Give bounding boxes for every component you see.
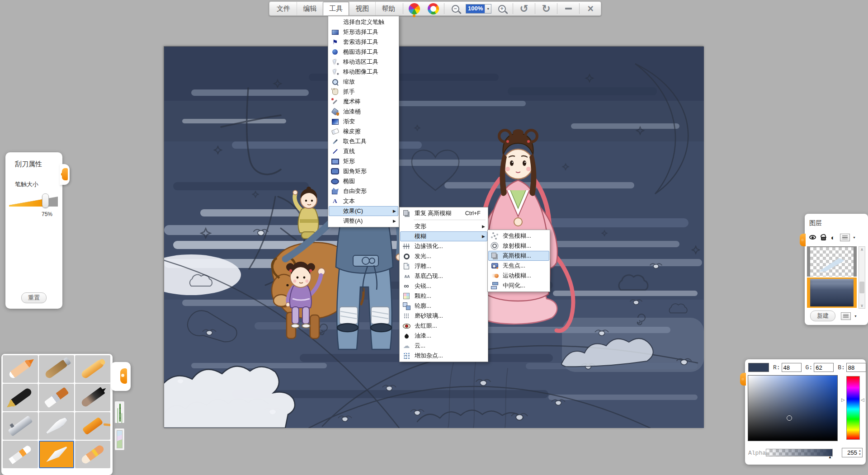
undo-button[interactable]: ↺ <box>514 2 533 15</box>
menu-item-paint-bucket[interactable]: 油漆桶 <box>329 107 398 117</box>
color-wheel-button[interactable] <box>424 2 443 15</box>
menu-view[interactable]: 视图 <box>349 2 375 15</box>
zoom-in-button[interactable]: + <box>492 2 511 15</box>
menu-item-glow[interactable]: 发光... <box>400 251 487 261</box>
menu-item-ellipse-select[interactable]: 椭圆选择工具 <box>329 47 398 57</box>
brush-inkpen[interactable] <box>39 355 74 383</box>
menu-item-defocus[interactable]: 无焦点... <box>488 261 549 271</box>
menu-item-eraser[interactable]: 橡皮擦 <box>329 127 398 136</box>
menu-item-19[interactable]: 效果(C)▶ <box>329 206 398 216</box>
menu-item-paint[interactable]: 油漆... <box>400 331 487 341</box>
menu-item-text[interactable]: 文本 <box>329 196 398 206</box>
menu-item-zoom-blur[interactable]: 变焦模糊... <box>488 231 549 241</box>
menu-item-cloud[interactable]: 云... <box>400 341 487 351</box>
layer-unlock-icon[interactable] <box>821 237 826 240</box>
hue-marker-left-icon[interactable]: ▷ <box>841 397 845 402</box>
menu-item-free-transform[interactable]: 自由变形 <box>329 186 398 196</box>
color-palette-button[interactable] <box>405 2 424 15</box>
brush-pencil[interactable] <box>3 355 38 383</box>
menu-tools[interactable]: 工具 <box>323 2 349 15</box>
alpha-spinner-up-icon[interactable]: ▲ <box>859 449 861 452</box>
zoom-out-button[interactable]: − <box>446 2 465 15</box>
blue-input[interactable] <box>846 363 866 372</box>
menu-item-gradient[interactable]: 渐变 <box>329 117 398 127</box>
menu-item-move-image[interactable]: 移动图像工具 <box>329 67 398 77</box>
layer-item-sky-selected[interactable] <box>807 277 857 308</box>
brush-inkbrush[interactable] <box>75 384 110 411</box>
menu-item-frosted[interactable]: 磨砂玻璃... <box>400 311 487 321</box>
panel-collapse-handle[interactable] <box>740 373 746 386</box>
hue-marker-right-icon[interactable]: ◁ <box>861 397 864 402</box>
menu-item-rect-select[interactable]: 矩形选择工具 <box>329 27 398 37</box>
close-button[interactable]: × <box>581 2 600 15</box>
brush-knife[interactable] <box>39 412 74 440</box>
menu-item-zoom[interactable]: 缩放 <box>329 77 398 87</box>
menu-item-3[interactable]: 模糊▶ <box>400 231 487 241</box>
color-marker[interactable] <box>787 415 792 421</box>
layer-visibility-icon[interactable] <box>809 235 816 240</box>
sample-brush-set-button[interactable] <box>114 428 125 451</box>
alpha-marker-icon[interactable]: ▲ <box>828 455 832 459</box>
menu-item-20[interactable]: 调整(A)▶ <box>329 216 398 226</box>
layer-menu-button[interactable] <box>841 312 851 320</box>
brush-crayon[interactable] <box>75 355 110 383</box>
red-input[interactable] <box>782 363 802 372</box>
menu-item-median[interactable]: 中间化... <box>488 281 549 291</box>
green-input[interactable] <box>814 363 834 372</box>
menu-item-edge[interactable]: 边缘强化... <box>400 241 487 251</box>
zoom-level-field[interactable]: 100% ▼ <box>466 4 491 14</box>
brush-scraper[interactable] <box>39 441 74 468</box>
bamboo-brush-set-button[interactable] <box>114 401 125 423</box>
alpha-value-field[interactable]: 255 ▲ ▼ <box>842 448 863 457</box>
saturation-value-field[interactable] <box>748 375 838 441</box>
menu-item-0[interactable]: 选择自定义笔触 <box>329 17 398 27</box>
menu-item-sharpen[interactable]: 尖锐... <box>400 281 487 291</box>
menu-help[interactable]: 帮助 <box>375 2 401 15</box>
menu-item-noise[interactable]: 增加杂点... <box>400 351 487 361</box>
layer-item-top[interactable] <box>807 246 857 277</box>
scroll-up-icon[interactable]: ∧ <box>860 247 863 252</box>
menu-item-motion-blur[interactable]: 运动模糊... <box>488 271 549 281</box>
menu-item-line[interactable]: 直线 <box>329 146 398 156</box>
menu-item-magic-wand[interactable]: 魔术棒 <box>329 97 398 107</box>
menu-item-relief[interactable]: 基底凸现... <box>400 271 487 281</box>
menu-item-2[interactable]: 变形▶ <box>400 221 487 231</box>
brush-tube[interactable] <box>3 441 38 468</box>
menu-item-ellipse[interactable]: 椭圆 <box>329 176 398 186</box>
brush-airbrush[interactable] <box>3 412 38 440</box>
brush-roller[interactable] <box>75 412 110 440</box>
menu-item-rounded-rect[interactable]: 圆角矩形 <box>329 166 398 176</box>
menu-edit[interactable]: 编辑 <box>297 2 323 15</box>
menu-file[interactable]: 文件 <box>270 2 297 15</box>
menu-item-gaussian[interactable]: 重复 高斯模糊Ctrl+F <box>400 208 487 218</box>
brush-size-handle[interactable] <box>42 193 49 208</box>
menu-item-emboss[interactable]: 浮雕... <box>400 261 487 271</box>
menu-item-hand[interactable]: 抓手 <box>329 87 398 97</box>
palette-collapse-handle[interactable] <box>111 362 131 391</box>
scroll-down-icon[interactable]: ∨ <box>860 303 863 308</box>
brush-fountain[interactable] <box>3 384 38 411</box>
scrollbar-thumb[interactable] <box>859 282 864 293</box>
alpha-spinner-down-icon[interactable]: ▼ <box>859 453 861 456</box>
alpha-slider[interactable]: ▲ <box>766 449 833 456</box>
minimize-button[interactable] <box>559 2 578 15</box>
menu-item-move-selection[interactable]: 移动选区工具 <box>329 57 398 67</box>
menu-item-rect[interactable]: 矩形 <box>329 156 398 166</box>
menu-item-redeye[interactable]: 去红眼... <box>400 321 487 331</box>
hue-strip[interactable] <box>846 376 860 440</box>
reset-button[interactable]: 重置 <box>21 292 47 303</box>
layer-options-arrow-icon[interactable]: ▼ <box>853 236 856 239</box>
panel-collapse-handle[interactable] <box>800 234 806 246</box>
zoom-dropdown-arrow-icon[interactable]: ▼ <box>485 5 491 13</box>
menu-item-eyedropper[interactable]: 取色工具 <box>329 136 398 146</box>
menu-item-lasso[interactable]: 套索选择工具 <box>329 37 398 47</box>
layer-menu-arrow-icon[interactable]: ▼ <box>854 315 857 318</box>
new-layer-button[interactable]: 新建 <box>810 310 835 321</box>
layer-blend-icon[interactable]: ◐ <box>831 234 835 241</box>
menu-item-radial-blur[interactable]: 放射模糊... <box>488 241 549 251</box>
menu-item-gaussian[interactable]: 高斯模糊... <box>488 251 549 261</box>
brush-size-slider[interactable] <box>9 195 58 207</box>
brush-flatbrush[interactable] <box>39 384 74 411</box>
brush-eraser[interactable] <box>75 441 110 468</box>
redo-button[interactable]: ↻ <box>537 2 556 15</box>
